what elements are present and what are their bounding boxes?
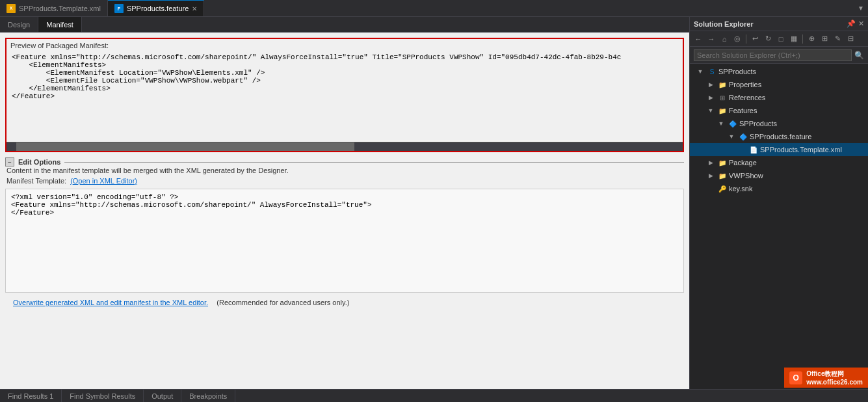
tab-find-symbol-results[interactable]: Find Symbol Results: [62, 390, 144, 402]
main-layout: Design Manifest Preview of Packaged Mani…: [0, 17, 868, 389]
tree-item-references[interactable]: ▶ ⊞ References: [690, 91, 868, 104]
sp-icon-spproducts: S: [707, 66, 717, 77]
solution-toolbar: ← → ⌂ ◎ ↩ ↻ □ ▦ ⊕ ⊞ ✎ ⊟: [690, 31, 868, 47]
overwrite-link[interactable]: Overwrite generated XML and edit manifes…: [13, 299, 208, 306]
watermark-text: Office教程网 www.office26.com: [806, 369, 863, 386]
tree-label-properties: Properties: [729, 81, 761, 88]
tab-sp-feature[interactable]: F SPProducts.feature ✕: [108, 0, 204, 16]
toolbar-collapse-btn[interactable]: ⊟: [845, 33, 856, 45]
tree-arrow-key-snk: [705, 183, 716, 194]
watermark-line1: Office教程网: [806, 369, 863, 379]
tree-label-spproducts: SPProducts: [718, 68, 756, 75]
xml-icon: X: [7, 4, 16, 13]
folder-icon-features: 📁: [717, 105, 728, 116]
tab-bar: X SPProducts.Template.xml F SPProducts.f…: [0, 0, 868, 17]
folder-icon-vwpshow: 📁: [717, 170, 728, 181]
tree-label-features: Features: [729, 107, 757, 114]
solution-tree: ▼ S SPProducts ▶ 📁 Properties ▶ ⊞ Refere…: [690, 64, 868, 389]
preview-section: Preview of Packaged Manifest: <Feature x…: [5, 38, 684, 152]
toolbar-undo-btn[interactable]: ↩: [749, 33, 761, 45]
tab-breakpoints[interactable]: Breakpoints: [181, 390, 235, 402]
solution-pin-icon[interactable]: 📌: [847, 20, 856, 28]
preview-scrollbar-thumb: [16, 142, 354, 151]
edit-options-divider: [64, 162, 684, 163]
edit-options-section: − Edit Options Content in the manifest t…: [5, 157, 684, 293]
tree-arrow-features: ▼: [705, 105, 716, 116]
tree-item-spproducts[interactable]: ▼ S SPProducts: [690, 65, 868, 78]
manifest-template-label: Manifest Template:: [7, 177, 66, 185]
solution-close-icon[interactable]: ✕: [858, 20, 864, 28]
tab-output[interactable]: Output: [144, 390, 181, 402]
solution-panel: Solution Explorer 📌 ✕ ← → ⌂ ◎ ↩ ↻ □ ▦ ⊕ …: [689, 17, 868, 389]
tab-sp-template-label: SPProducts.Template.xml: [19, 5, 101, 12]
tree-item-properties[interactable]: ▶ 📁 Properties: [690, 78, 868, 91]
toolbar-divider-2: [802, 34, 803, 44]
tree-label-vwpshow: VWPShow: [729, 172, 763, 180]
tab-sp-template[interactable]: X SPProducts.Template.xml: [0, 0, 108, 16]
preview-label: Preview of Packaged Manifest:: [7, 39, 683, 51]
tree-arrow-vwpshow: ▶: [705, 170, 716, 181]
toolbar-divider-1: [746, 34, 746, 44]
toolbar-add-btn[interactable]: ⊕: [806, 33, 817, 45]
tree-arrow-spproducts-feature: ▼: [726, 131, 737, 142]
tab-find-results-1[interactable]: Find Results 1: [0, 390, 62, 402]
search-icon: 🔍: [854, 51, 864, 60]
office-icon: O: [789, 371, 802, 384]
overwrite-section: Overwrite generated XML and edit manifes…: [0, 298, 689, 312]
toolbar-view-btn[interactable]: □: [775, 33, 787, 45]
tree-item-spproducts-template[interactable]: 📄 SPProducts.Template.xml: [690, 143, 868, 156]
toolbar-expand-btn[interactable]: ⊞: [819, 33, 830, 45]
tab-design[interactable]: Design: [0, 17, 38, 32]
tree-item-vwpshow[interactable]: ▶ 📁 VWPShow: [690, 169, 868, 182]
tab-close-button[interactable]: ✕: [192, 5, 197, 12]
design-tabs: Design Manifest: [0, 17, 689, 33]
tab-overflow-icon[interactable]: ▼: [854, 5, 868, 12]
tree-item-spproducts-feature-parent[interactable]: ▼ 🔷 SPProducts: [690, 117, 868, 130]
template-code-box[interactable]: <?xml version="1.0" encoding="utf-8" ?> …: [5, 189, 684, 293]
feature-content: Preview of Packaged Manifest: <Feature x…: [0, 33, 689, 389]
toolbar-redo-btn[interactable]: ↻: [762, 33, 774, 45]
tree-label-package: Package: [729, 159, 757, 167]
toolbar-edit-btn[interactable]: ✎: [832, 33, 843, 45]
tree-label-key-snk: key.snk: [729, 185, 752, 193]
toolbar-refresh-btn[interactable]: ◎: [731, 33, 743, 45]
solution-search-bar: 🔍: [690, 47, 868, 64]
toolbar-back-btn[interactable]: ←: [692, 33, 704, 45]
toolbar-home-btn[interactable]: ⌂: [718, 33, 730, 45]
tree-item-spproducts-feature[interactable]: ▼ 🔷 SPProducts.feature: [690, 130, 868, 143]
tab-sp-feature-label: SPProducts.feature: [127, 5, 189, 12]
tree-item-features[interactable]: ▼ 📁 Features: [690, 104, 868, 117]
tree-arrow-spproducts: ▼: [695, 66, 705, 77]
solution-header-controls: 📌 ✕: [847, 20, 864, 28]
solution-explorer-title: Solution Explorer: [694, 20, 754, 28]
tree-arrow-package: ▶: [705, 157, 716, 168]
tree-arrow-properties: ▶: [705, 79, 716, 90]
watermark-line2: www.office26.com: [806, 379, 863, 386]
manifest-template-line: Manifest Template: (Open in XML Editor): [5, 177, 684, 185]
tree-arrow-references: ▶: [705, 92, 716, 103]
office-watermark: O Office教程网 www.office26.com: [784, 368, 868, 388]
open-xml-editor-link[interactable]: (Open in XML Editor): [70, 177, 137, 185]
feature-icon: F: [114, 4, 124, 13]
edit-options-header-row: − Edit Options: [5, 157, 684, 167]
edit-options-description: Content in the manifest template will be…: [5, 167, 684, 174]
tree-label-spproducts-feature: SPProducts.feature: [750, 133, 811, 141]
tree-item-key-snk[interactable]: 🔑 key.snk: [690, 182, 868, 195]
folder-icon-package: 📁: [717, 157, 728, 168]
feature-icon-spproducts: 🔷: [728, 118, 738, 129]
overwrite-note: (Recommended for advanced users only.): [217, 299, 349, 306]
solution-search-input[interactable]: [694, 49, 852, 61]
preview-scrollbar[interactable]: [7, 142, 683, 151]
edit-options-title: Edit Options: [18, 158, 60, 166]
ref-icon-references: ⊞: [717, 92, 728, 103]
tree-label-spproducts-feature-parent: SPProducts: [739, 120, 777, 127]
tree-arrow-spproducts-feature-parent: ▼: [716, 118, 726, 129]
tab-manifest[interactable]: Manifest: [38, 17, 82, 32]
feature-icon-spproducts-feature: 🔷: [738, 131, 748, 142]
solution-header: Solution Explorer 📌 ✕: [690, 17, 868, 31]
preview-code[interactable]: <Feature xmlns="http://schemas.microsoft…: [7, 51, 683, 142]
edit-options-collapse-button[interactable]: −: [5, 157, 14, 167]
tree-item-package[interactable]: ▶ 📁 Package: [690, 156, 868, 169]
toolbar-forward-btn[interactable]: →: [705, 33, 717, 45]
toolbar-grid-btn[interactable]: ▦: [788, 33, 800, 45]
